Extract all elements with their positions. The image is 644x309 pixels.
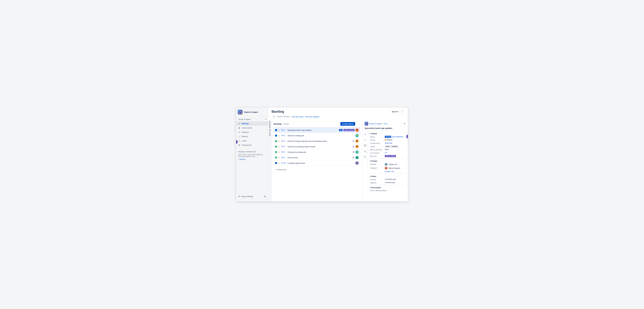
priority-value[interactable]: Medium <box>387 139 392 141</box>
reporter-avatar: 👨 <box>385 163 388 166</box>
field-priority: Priority: Medium <box>370 139 406 141</box>
description-placeholder[interactable]: Click to add description <box>370 190 406 192</box>
field-assignee: Assignee: 🧑‍🔧 Master Engineer <box>370 167 406 170</box>
issue-key[interactable]: TIS-2 <box>281 135 286 136</box>
search-input-wrapper[interactable]: 🔍 <box>272 115 276 118</box>
detail-header: 🚀 Teams in Space / TIS-1 ··· ✕ <box>362 120 408 126</box>
issue-badges: 8.0Mars Landing👩 <box>339 128 359 132</box>
issue-checkbox[interactable] <box>275 157 277 158</box>
nav-section: Scrum in Space ▾ ≡ Backlog ▶ Active spri… <box>236 117 268 148</box>
detail-attachment-icon[interactable]: 📎 <box>363 155 367 159</box>
details-section-title: ▾ Details <box>370 133 406 135</box>
description-collapse-icon[interactable]: ▾ <box>370 186 371 188</box>
issue-checkbox[interactable] <box>275 129 277 131</box>
issue-badges: 🙂 <box>356 134 359 137</box>
detail-info-icon[interactable]: ℹ <box>363 132 367 136</box>
avatar: 🧑 <box>356 145 359 148</box>
issue-checkbox[interactable] <box>275 146 277 148</box>
count-badge: 2 <box>352 151 354 153</box>
backlog-more-button[interactable]: ··· <box>356 122 360 126</box>
table-row[interactable]: ▲TIS-1Spaceship tracker app updates8.0Ma… <box>274 128 360 133</box>
table-row[interactable]: ▲TIS-4Send the pre-landing report to Ear… <box>274 144 360 150</box>
filters-bar: 🔍 QUICK FILTERS: Only My Issues Recently… <box>268 114 408 120</box>
sidebar-item-issues[interactable]: ⚠ Issues <box>236 138 268 143</box>
project-settings[interactable]: ⚙ Project settings <box>238 196 253 198</box>
view-workflow-link[interactable]: (View Workflow) <box>392 136 403 138</box>
issue-key[interactable]: TIS-4 <box>281 146 286 148</box>
detail-comment-icon[interactable]: 💬 <box>363 143 367 148</box>
issue-key[interactable]: TIS-3 <box>281 140 286 142</box>
issue-checkbox[interactable] <box>275 162 277 164</box>
table-row[interactable]: ▲TIS-6Hire the team5👤 <box>274 155 360 160</box>
active-sprints-icon: ▶ <box>238 127 240 129</box>
issue-checkbox[interactable] <box>275 151 277 153</box>
issue-badges: 1🧑 <box>352 140 359 143</box>
people-collapse-icon[interactable]: ▾ <box>370 160 371 162</box>
label-software[interactable]: software <box>391 146 398 148</box>
issue-badges: 1🧑 <box>352 145 359 148</box>
table-row[interactable]: ▲TIS-5Cleanup the landing site2😐 <box>274 150 360 155</box>
table-row[interactable]: ▲TIS-2Verify the landing site🙂 <box>274 133 360 138</box>
sidebar-item-label: Backlog <box>242 122 248 124</box>
breadcrumb: Teams in Space / TIS-1 <box>369 123 400 125</box>
epics-label[interactable]: EPICS <box>269 132 270 136</box>
issue-summary: Complete ignition tests <box>288 162 354 164</box>
assignee-name[interactable]: Master Engineer <box>388 167 400 169</box>
issue-key[interactable]: TIS-5 <box>281 151 286 153</box>
detail-more-button[interactable]: ··· <box>401 122 403 125</box>
filter-only-my-issues[interactable]: Only My Issues <box>292 116 304 118</box>
priority-icon: ▲ <box>278 140 280 142</box>
sidebar-item-label: Active sprints <box>242 127 252 129</box>
issue-key[interactable]: TIS-6 <box>281 157 286 158</box>
field-epic-link: Epic Link: Mars Landing <box>370 155 406 157</box>
table-row[interactable]: ▲TIS-3Enter the landing trajectory into … <box>274 138 360 144</box>
dates-collapse-icon[interactable]: ▾ <box>370 175 371 177</box>
issue-key[interactable]: TIS-10 <box>281 162 286 164</box>
sidebar-item-backlog[interactable]: ≡ Backlog <box>236 121 268 126</box>
component-link[interactable]: Spaceship <box>385 142 392 144</box>
detail-activity-icon[interactable]: ≡ <box>363 138 367 142</box>
add-link[interactable]: + Add link <box>238 158 266 160</box>
create-sprint-button[interactable]: Create Sprint <box>340 122 355 126</box>
detail-panel: 🚀 Teams in Space / TIS-1 ··· ✕ Spaceship… <box>362 120 408 202</box>
sidebar-footer: ⚙ Project settings ≪ <box>236 194 268 199</box>
sidebar-item-reports[interactable]: 📈 Reports <box>236 134 268 138</box>
board-dropdown[interactable]: Board ▾ <box>390 110 400 114</box>
priority-icon: ▲ <box>278 146 280 148</box>
versions-dot[interactable] <box>270 130 270 131</box>
sidebar-item-releases[interactable]: 🏷 Releases <box>236 130 268 134</box>
fix-version-link[interactable]: 8.0 <box>385 152 387 154</box>
detail-checklist-icon[interactable]: ☑ 0 <box>363 149 367 153</box>
versions-label[interactable]: VERSIONS <box>269 121 270 128</box>
components-icon: ⊞ <box>238 144 240 146</box>
project-shortcuts: PROJECT SHORTCUTS Add a link to useful i… <box>236 149 268 162</box>
detail-avatar: 🚀 <box>364 122 368 126</box>
epic-link-tag[interactable]: Mars Landing <box>385 155 396 157</box>
filter-recently-updated[interactable]: Recently Updated <box>305 116 319 118</box>
sidebar-item-active-sprints[interactable]: ▶ Active sprints <box>236 126 268 130</box>
assign-to-me-link[interactable]: Assign to me <box>385 170 394 172</box>
detail-close-button[interactable]: ✕ <box>404 122 406 125</box>
side-strip: VERSIONS EPICS <box>268 120 272 202</box>
field-fix-version: Fix Version/s: 8.0 <box>370 152 406 154</box>
details-collapse-icon[interactable]: ▾ <box>370 133 371 135</box>
backlog-icon: ≡ <box>238 122 240 124</box>
table-row[interactable]: ▲TIS-10Complete ignition tests🧑‍🚀 <box>274 160 360 166</box>
collapse-sidebar-button[interactable]: ≪ <box>264 195 266 198</box>
issue-checkbox[interactable] <box>275 135 277 136</box>
create-issue-link[interactable]: + Create issue <box>274 168 360 172</box>
sidebar-item-components[interactable]: ⊞ Components <box>236 143 268 147</box>
issue-summary: Spaceship tracker app updates <box>288 129 338 131</box>
scrum-dropdown[interactable]: Scrum in Space ▾ <box>236 117 268 121</box>
dropdown-chevron-icon: ▾ <box>397 111 398 113</box>
expand-button[interactable]: ⤢ <box>400 110 405 114</box>
status-badge[interactable]: TO DO <box>385 136 391 138</box>
issue-key[interactable]: TIS-1 <box>281 129 286 131</box>
page-title: Backlog <box>272 110 284 114</box>
description-section-title: ▾ Description <box>370 186 406 188</box>
issue-summary: Cleanup the landing site <box>288 151 351 153</box>
label-rocket[interactable]: rocket <box>385 146 390 148</box>
reporter-name[interactable]: Captain Joe <box>388 164 397 165</box>
issue-checkbox[interactable] <box>275 140 277 142</box>
dates-section-title: ▾ Dates <box>370 175 406 177</box>
